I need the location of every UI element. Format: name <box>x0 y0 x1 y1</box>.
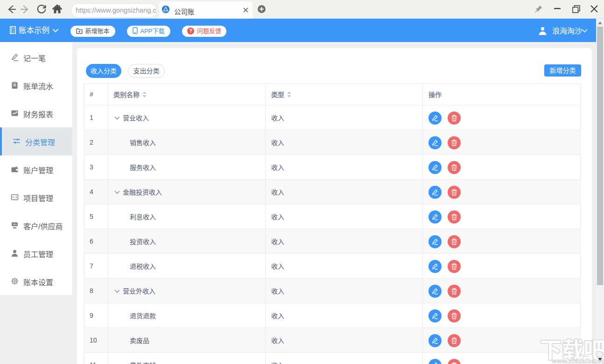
svg-text:?: ? <box>189 28 192 34</box>
